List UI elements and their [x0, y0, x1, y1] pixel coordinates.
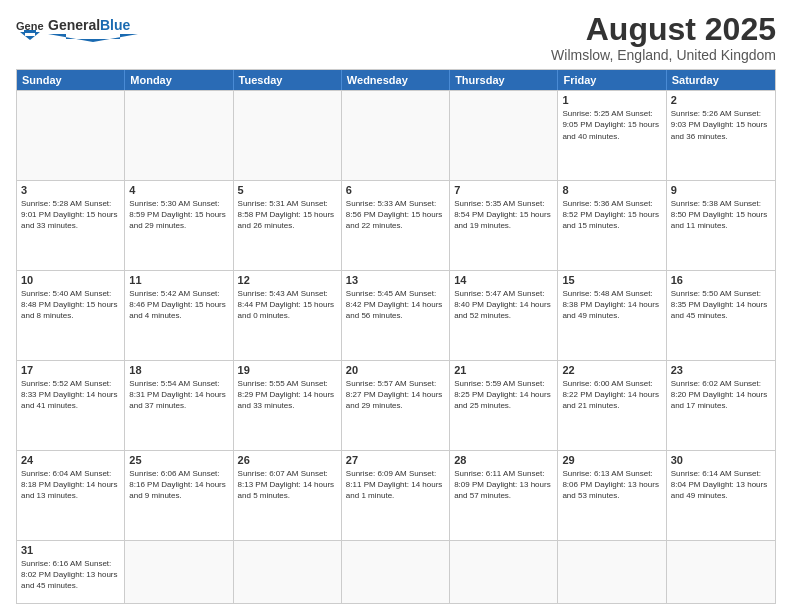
day-number: 15 — [562, 274, 661, 286]
main-title: August 2025 — [551, 12, 776, 47]
cell-info: Sunrise: 6:07 AM Sunset: 8:13 PM Dayligh… — [238, 468, 337, 502]
day-number: 24 — [21, 454, 120, 466]
calendar-cell-w2d7: 9Sunrise: 5:38 AM Sunset: 8:50 PM Daylig… — [667, 181, 775, 270]
day-number: 19 — [238, 364, 337, 376]
day-number: 22 — [562, 364, 661, 376]
calendar-cell-w3d3: 12Sunrise: 5:43 AM Sunset: 8:44 PM Dayli… — [234, 271, 342, 360]
calendar-cell-w4d4: 20Sunrise: 5:57 AM Sunset: 8:27 PM Dayli… — [342, 361, 450, 450]
day-number: 17 — [21, 364, 120, 376]
calendar-cell-w6d3 — [234, 541, 342, 603]
day-number: 6 — [346, 184, 445, 196]
col-sunday: Sunday — [17, 70, 125, 90]
day-number: 7 — [454, 184, 553, 196]
cell-info: Sunrise: 5:50 AM Sunset: 8:35 PM Dayligh… — [671, 288, 771, 322]
cell-info: Sunrise: 6:00 AM Sunset: 8:22 PM Dayligh… — [562, 378, 661, 412]
cell-info: Sunrise: 6:13 AM Sunset: 8:06 PM Dayligh… — [562, 468, 661, 502]
cell-info: Sunrise: 5:26 AM Sunset: 9:03 PM Dayligh… — [671, 108, 771, 142]
cell-info: Sunrise: 5:36 AM Sunset: 8:52 PM Dayligh… — [562, 198, 661, 232]
calendar-cell-w2d1: 3Sunrise: 5:28 AM Sunset: 9:01 PM Daylig… — [17, 181, 125, 270]
title-block: August 2025 Wilmslow, England, United Ki… — [551, 12, 776, 63]
calendar-cell-w1d5 — [450, 91, 558, 180]
day-number: 10 — [21, 274, 120, 286]
calendar-cell-w6d5 — [450, 541, 558, 603]
cell-info: Sunrise: 6:11 AM Sunset: 8:09 PM Dayligh… — [454, 468, 553, 502]
calendar-cell-w5d4: 27Sunrise: 6:09 AM Sunset: 8:11 PM Dayli… — [342, 451, 450, 540]
calendar-cell-w1d7: 2Sunrise: 5:26 AM Sunset: 9:03 PM Daylig… — [667, 91, 775, 180]
calendar-cell-w4d2: 18Sunrise: 5:54 AM Sunset: 8:31 PM Dayli… — [125, 361, 233, 450]
cell-info: Sunrise: 5:38 AM Sunset: 8:50 PM Dayligh… — [671, 198, 771, 232]
cell-info: Sunrise: 5:43 AM Sunset: 8:44 PM Dayligh… — [238, 288, 337, 322]
calendar-cell-w3d2: 11Sunrise: 5:42 AM Sunset: 8:46 PM Dayli… — [125, 271, 233, 360]
day-number: 8 — [562, 184, 661, 196]
calendar-cell-w5d2: 25Sunrise: 6:06 AM Sunset: 8:16 PM Dayli… — [125, 451, 233, 540]
calendar: Sunday Monday Tuesday Wednesday Thursday… — [16, 69, 776, 604]
day-number: 12 — [238, 274, 337, 286]
calendar-cell-w1d1 — [17, 91, 125, 180]
cell-info: Sunrise: 6:04 AM Sunset: 8:18 PM Dayligh… — [21, 468, 120, 502]
day-number: 3 — [21, 184, 120, 196]
calendar-cell-w2d3: 5Sunrise: 5:31 AM Sunset: 8:58 PM Daylig… — [234, 181, 342, 270]
svg-marker-1 — [20, 32, 40, 40]
svg-text:Blue: Blue — [100, 17, 131, 33]
col-wednesday: Wednesday — [342, 70, 450, 90]
day-number: 30 — [671, 454, 771, 466]
day-number: 28 — [454, 454, 553, 466]
calendar-week-4: 17Sunrise: 5:52 AM Sunset: 8:33 PM Dayli… — [17, 360, 775, 450]
day-number: 14 — [454, 274, 553, 286]
day-number: 25 — [129, 454, 228, 466]
calendar-cell-w4d5: 21Sunrise: 5:59 AM Sunset: 8:25 PM Dayli… — [450, 361, 558, 450]
day-number: 1 — [562, 94, 661, 106]
day-number: 4 — [129, 184, 228, 196]
calendar-cell-w5d3: 26Sunrise: 6:07 AM Sunset: 8:13 PM Dayli… — [234, 451, 342, 540]
day-number: 9 — [671, 184, 771, 196]
cell-info: Sunrise: 6:09 AM Sunset: 8:11 PM Dayligh… — [346, 468, 445, 502]
cell-info: Sunrise: 5:35 AM Sunset: 8:54 PM Dayligh… — [454, 198, 553, 232]
calendar-cell-w3d4: 13Sunrise: 5:45 AM Sunset: 8:42 PM Dayli… — [342, 271, 450, 360]
page: General General Blue August 2025 Wilmslo… — [0, 0, 792, 612]
day-number: 23 — [671, 364, 771, 376]
cell-info: Sunrise: 5:48 AM Sunset: 8:38 PM Dayligh… — [562, 288, 661, 322]
cell-info: Sunrise: 5:57 AM Sunset: 8:27 PM Dayligh… — [346, 378, 445, 412]
day-number: 13 — [346, 274, 445, 286]
cell-info: Sunrise: 6:16 AM Sunset: 8:02 PM Dayligh… — [21, 558, 120, 592]
day-number: 2 — [671, 94, 771, 106]
day-number: 21 — [454, 364, 553, 376]
svg-marker-5 — [48, 34, 138, 42]
col-thursday: Thursday — [450, 70, 558, 90]
calendar-cell-w4d6: 22Sunrise: 6:00 AM Sunset: 8:22 PM Dayli… — [558, 361, 666, 450]
header: General General Blue August 2025 Wilmslo… — [16, 12, 776, 63]
calendar-cell-w4d3: 19Sunrise: 5:55 AM Sunset: 8:29 PM Dayli… — [234, 361, 342, 450]
day-number: 11 — [129, 274, 228, 286]
day-number: 20 — [346, 364, 445, 376]
calendar-cell-w2d2: 4Sunrise: 5:30 AM Sunset: 8:59 PM Daylig… — [125, 181, 233, 270]
generalblue-logo-icon: General — [16, 18, 44, 40]
day-number: 5 — [238, 184, 337, 196]
logo-svg: General Blue — [48, 12, 138, 42]
calendar-cell-w4d1: 17Sunrise: 5:52 AM Sunset: 8:33 PM Dayli… — [17, 361, 125, 450]
calendar-cell-w1d3 — [234, 91, 342, 180]
col-monday: Monday — [125, 70, 233, 90]
calendar-week-3: 10Sunrise: 5:40 AM Sunset: 8:48 PM Dayli… — [17, 270, 775, 360]
cell-info: Sunrise: 5:55 AM Sunset: 8:29 PM Dayligh… — [238, 378, 337, 412]
calendar-cell-w5d6: 29Sunrise: 6:13 AM Sunset: 8:06 PM Dayli… — [558, 451, 666, 540]
calendar-cell-w5d1: 24Sunrise: 6:04 AM Sunset: 8:18 PM Dayli… — [17, 451, 125, 540]
calendar-cell-w1d2 — [125, 91, 233, 180]
cell-info: Sunrise: 5:28 AM Sunset: 9:01 PM Dayligh… — [21, 198, 120, 232]
cell-info: Sunrise: 5:33 AM Sunset: 8:56 PM Dayligh… — [346, 198, 445, 232]
calendar-cell-w3d5: 14Sunrise: 5:47 AM Sunset: 8:40 PM Dayli… — [450, 271, 558, 360]
calendar-cell-w2d4: 6Sunrise: 5:33 AM Sunset: 8:56 PM Daylig… — [342, 181, 450, 270]
calendar-cell-w6d6 — [558, 541, 666, 603]
day-number: 29 — [562, 454, 661, 466]
cell-info: Sunrise: 5:30 AM Sunset: 8:59 PM Dayligh… — [129, 198, 228, 232]
cell-info: Sunrise: 5:40 AM Sunset: 8:48 PM Dayligh… — [21, 288, 120, 322]
calendar-cell-w6d2 — [125, 541, 233, 603]
calendar-cell-w5d5: 28Sunrise: 6:11 AM Sunset: 8:09 PM Dayli… — [450, 451, 558, 540]
cell-info: Sunrise: 5:31 AM Sunset: 8:58 PM Dayligh… — [238, 198, 337, 232]
calendar-cell-w3d7: 16Sunrise: 5:50 AM Sunset: 8:35 PM Dayli… — [667, 271, 775, 360]
calendar-cell-w4d7: 23Sunrise: 6:02 AM Sunset: 8:20 PM Dayli… — [667, 361, 775, 450]
calendar-cell-w6d1: 31Sunrise: 6:16 AM Sunset: 8:02 PM Dayli… — [17, 541, 125, 603]
day-number: 31 — [21, 544, 120, 556]
day-number: 18 — [129, 364, 228, 376]
calendar-cell-w5d7: 30Sunrise: 6:14 AM Sunset: 8:04 PM Dayli… — [667, 451, 775, 540]
col-friday: Friday — [558, 70, 666, 90]
